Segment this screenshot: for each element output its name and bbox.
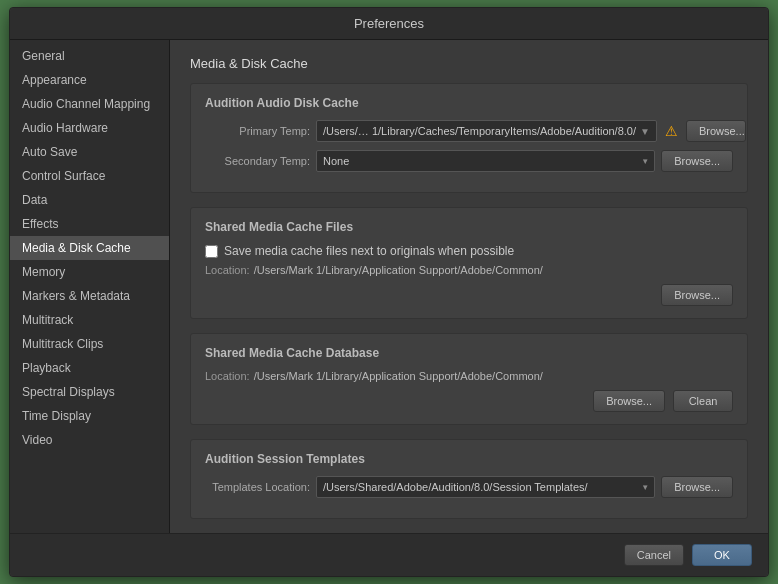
sidebar-item-data[interactable]: Data <box>10 188 169 212</box>
cache-db-location-path: /Users/Mark 1/Library/Application Suppor… <box>254 370 543 382</box>
shared-cache-files-title: Shared Media Cache Files <box>205 220 733 234</box>
sidebar-item-multitrack-clips[interactable]: Multitrack Clips <box>10 332 169 356</box>
dialog-footer: Cancel OK <box>10 533 768 576</box>
session-templates-title: Audition Session Templates <box>205 452 733 466</box>
panel-title: Media & Disk Cache <box>190 56 748 71</box>
sidebar-item-control-surface[interactable]: Control Surface <box>10 164 169 188</box>
save-cache-files-checkbox[interactable] <box>205 245 218 258</box>
shared-cache-files-section: Shared Media Cache Files Save media cach… <box>190 207 748 319</box>
sidebar-item-multitrack[interactable]: Multitrack <box>10 308 169 332</box>
sidebar-item-spectral-displays[interactable]: Spectral Displays <box>10 380 169 404</box>
warning-icon: ⚠ <box>665 123 678 139</box>
templates-location-label: Templates Location: <box>205 481 310 493</box>
secondary-temp-wrapper: None <box>316 150 655 172</box>
save-cache-files-row: Save media cache files next to originals… <box>205 244 733 258</box>
cache-db-browse-button[interactable]: Browse... <box>593 390 665 412</box>
main-panel: Media & Disk Cache Audition Audio Disk C… <box>170 40 768 533</box>
cache-db-location-prefix: Location: <box>205 370 250 382</box>
secondary-temp-select[interactable]: None <box>316 150 655 172</box>
cache-files-location-prefix: Location: <box>205 264 250 276</box>
audio-disk-cache-section: Audition Audio Disk Cache Primary Temp: … <box>190 83 748 193</box>
save-cache-files-label: Save media cache files next to originals… <box>224 244 514 258</box>
shared-cache-db-title: Shared Media Cache Database <box>205 346 733 360</box>
sidebar-item-general[interactable]: General <box>10 44 169 68</box>
cache-files-location-row: Location: /Users/Mark 1/Library/Applicat… <box>205 264 733 276</box>
cache-db-clean-button[interactable]: Clean <box>673 390 733 412</box>
secondary-temp-browse-button[interactable]: Browse... <box>661 150 733 172</box>
sidebar-item-appearance[interactable]: Appearance <box>10 68 169 92</box>
sidebar-item-audio-channel-mapping[interactable]: Audio Channel Mapping <box>10 92 169 116</box>
sidebar-item-playback[interactable]: Playback <box>10 356 169 380</box>
templates-location-row: Templates Location: /Users/Shared/Adobe/… <box>205 476 733 498</box>
sidebar: GeneralAppearanceAudio Channel MappingAu… <box>10 40 170 533</box>
cache-files-browse-row: Browse... <box>205 284 733 306</box>
audio-disk-cache-title: Audition Audio Disk Cache <box>205 96 733 110</box>
cache-db-buttons-row: Browse... Clean <box>205 390 733 412</box>
dialog-title-bar: Preferences <box>10 8 768 40</box>
primary-temp-dropdown[interactable]: /Users/… 1/Library/Caches/TemporaryItems… <box>316 120 657 142</box>
secondary-temp-row: Secondary Temp: None Browse... <box>205 150 733 172</box>
templates-browse-button[interactable]: Browse... <box>661 476 733 498</box>
primary-temp-browse-button[interactable]: Browse... <box>686 120 746 142</box>
session-templates-section: Audition Session Templates Templates Loc… <box>190 439 748 519</box>
sidebar-item-time-display[interactable]: Time Display <box>10 404 169 428</box>
preferences-dialog: Preferences GeneralAppearanceAudio Chann… <box>9 7 769 577</box>
cache-files-location-path: /Users/Mark 1/Library/Application Suppor… <box>254 264 543 276</box>
cancel-button[interactable]: Cancel <box>624 544 684 566</box>
templates-location-select[interactable]: /Users/Shared/Adobe/Audition/8.0/Session… <box>316 476 655 498</box>
cache-files-browse-button[interactable]: Browse... <box>661 284 733 306</box>
sidebar-item-memory[interactable]: Memory <box>10 260 169 284</box>
sidebar-item-markers---metadata[interactable]: Markers & Metadata <box>10 284 169 308</box>
ok-button[interactable]: OK <box>692 544 752 566</box>
sidebar-item-auto-save[interactable]: Auto Save <box>10 140 169 164</box>
shared-cache-db-section: Shared Media Cache Database Location: /U… <box>190 333 748 425</box>
secondary-temp-label: Secondary Temp: <box>205 155 310 167</box>
primary-temp-label: Primary Temp: <box>205 125 310 137</box>
primary-temp-arrow: ▼ <box>640 126 650 137</box>
primary-temp-path: /Users/… 1/Library/Caches/TemporaryItems… <box>323 125 636 137</box>
sidebar-item-media---disk-cache[interactable]: Media & Disk Cache <box>10 236 169 260</box>
sidebar-item-effects[interactable]: Effects <box>10 212 169 236</box>
templates-dropdown-wrapper: /Users/Shared/Adobe/Audition/8.0/Session… <box>316 476 655 498</box>
dialog-content: GeneralAppearanceAudio Channel MappingAu… <box>10 40 768 533</box>
sidebar-item-audio-hardware[interactable]: Audio Hardware <box>10 116 169 140</box>
dialog-title: Preferences <box>354 16 424 31</box>
cache-db-location-row: Location: /Users/Mark 1/Library/Applicat… <box>205 370 733 382</box>
primary-temp-row: Primary Temp: /Users/… 1/Library/Caches/… <box>205 120 733 142</box>
sidebar-item-video[interactable]: Video <box>10 428 169 452</box>
